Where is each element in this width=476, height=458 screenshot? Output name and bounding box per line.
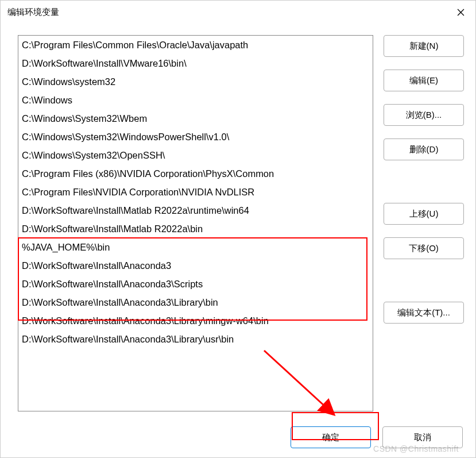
spacer bbox=[384, 272, 464, 289]
move-down-button[interactable]: 下移(O) bbox=[384, 237, 464, 259]
list-item[interactable]: C:\Program Files\Common Files\Oracle\Jav… bbox=[18, 36, 373, 54]
path-listbox[interactable]: C:\Program Files\Common Files\Oracle\Jav… bbox=[18, 35, 373, 411]
dialog-title: 编辑环境变量 bbox=[7, 7, 59, 18]
list-item[interactable]: D:\WorkSoftware\Install\Anaconda3\Librar… bbox=[18, 293, 373, 311]
browse-button[interactable]: 浏览(B)... bbox=[384, 104, 464, 126]
list-item[interactable]: D:\WorkSoftware\Install\Matlab R2022a\bi… bbox=[18, 220, 373, 238]
list-item[interactable]: D:\WorkSoftware\Install\Anaconda3\Librar… bbox=[18, 311, 373, 330]
title-bar: 编辑环境变量 bbox=[1, 1, 475, 24]
delete-button[interactable]: 删除(D) bbox=[384, 138, 464, 160]
list-item[interactable]: D:\WorkSoftware\Install\Matlab R2022a\ru… bbox=[18, 201, 373, 220]
list-item[interactable]: C:\Windows\System32\Wbem bbox=[18, 109, 373, 128]
spacer bbox=[384, 173, 464, 190]
list-item[interactable]: C:\Windows\System32\OpenSSH\ bbox=[18, 146, 373, 164]
list-item[interactable]: D:\WorkSoftware\Install\VMware16\bin\ bbox=[18, 54, 373, 72]
edit-text-button[interactable]: 编辑文本(T)... bbox=[384, 302, 464, 324]
list-item[interactable]: C:\Windows\System32\WindowsPowerShell\v1… bbox=[18, 128, 373, 146]
list-item[interactable]: %JAVA_HOME%\bin bbox=[18, 238, 373, 256]
list-item[interactable]: C:\Program Files\NVIDIA Corporation\NVID… bbox=[18, 183, 373, 201]
close-icon bbox=[457, 9, 465, 16]
list-item[interactable]: C:\Program Files (x86)\NVIDIA Corporatio… bbox=[18, 164, 373, 183]
move-up-button[interactable]: 上移(U) bbox=[384, 203, 464, 225]
list-item[interactable]: D:\WorkSoftware\Install\Anaconda3 bbox=[18, 256, 373, 275]
list-item[interactable]: D:\WorkSoftware\Install\Anaconda3\Script… bbox=[18, 275, 373, 293]
dialog-window: 编辑环境变量 C:\Program Files\Common Files\Ora… bbox=[0, 0, 476, 458]
list-item[interactable]: C:\Windows\system32 bbox=[18, 72, 373, 91]
dialog-content: C:\Program Files\Common Files\Oracle\Jav… bbox=[1, 24, 475, 417]
action-sidebar: 新建(N) 编辑(E) 浏览(B)... 删除(D) 上移(U) 下移(O) 编… bbox=[384, 35, 464, 411]
list-item[interactable]: C:\Windows bbox=[18, 91, 373, 109]
ok-button[interactable]: 确定 bbox=[291, 426, 371, 448]
dialog-footer: 确定 取消 bbox=[1, 417, 475, 457]
cancel-button[interactable]: 取消 bbox=[382, 426, 463, 448]
close-button[interactable] bbox=[452, 4, 469, 20]
edit-button[interactable]: 编辑(E) bbox=[384, 70, 464, 91]
list-item[interactable]: D:\WorkSoftware\Install\Anaconda3\Librar… bbox=[18, 330, 373, 348]
new-button[interactable]: 新建(N) bbox=[384, 35, 464, 57]
